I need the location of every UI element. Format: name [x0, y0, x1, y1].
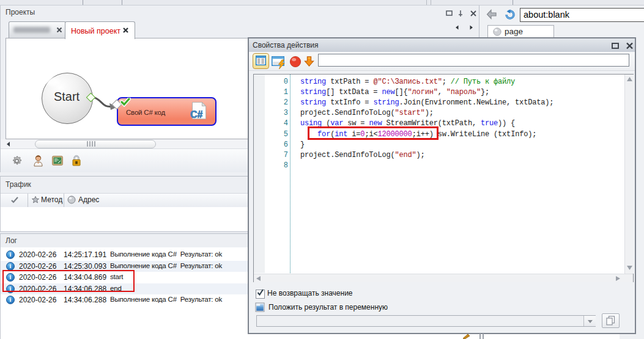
- svg-text:C#: C#: [190, 109, 202, 120]
